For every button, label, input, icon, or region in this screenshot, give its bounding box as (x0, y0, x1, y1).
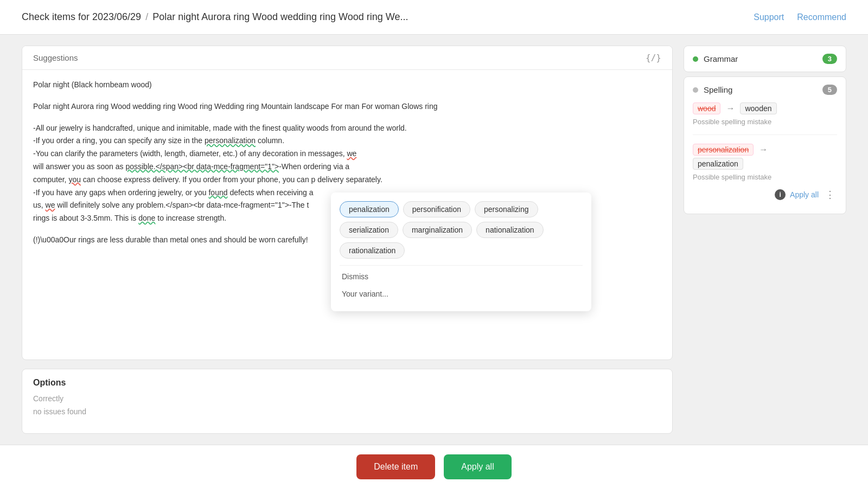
correction-wood: wood → wooden Possible spelling mistake (693, 102, 837, 135)
bottom-bar: Delete item Apply all (0, 445, 868, 488)
underline-we2: we (46, 201, 55, 209)
grammar-dot (693, 56, 698, 62)
options-value: no issues found (33, 407, 661, 416)
breadcrumb-separator: / (145, 11, 148, 23)
options-title: Options (33, 378, 661, 388)
original-personalization: personalization (693, 144, 754, 156)
info-icon[interactable]: i (775, 189, 786, 200)
correction-desc-1: Possible spelling mistake (693, 118, 837, 126)
original-wood: wood (693, 102, 720, 114)
underline-done: done (138, 214, 155, 222)
chip-penalization[interactable]: penalization (340, 201, 399, 217)
chip-personification[interactable]: personification (403, 201, 470, 217)
correction-row-2: personalization → (693, 144, 837, 156)
dropdown-divider-1 (340, 265, 583, 266)
spelling-left: Spelling (693, 85, 732, 94)
chip-serialization[interactable]: serialization (340, 222, 398, 238)
your-variant-action[interactable]: Your variant... (340, 285, 583, 303)
code-icon: {/} (646, 53, 661, 63)
chip-marginalization[interactable]: marginalization (403, 222, 472, 238)
suggestions-header: Suggestions {/} (22, 46, 672, 70)
arrow-1: → (726, 104, 735, 113)
underline-you: you (68, 175, 81, 184)
grammar-badge: 3 (822, 54, 837, 64)
options-label: Correctly (33, 394, 661, 403)
chip-nationalization[interactable]: nationalization (476, 222, 544, 238)
recommend-link[interactable]: Recommend (797, 12, 846, 22)
text-block-2: Polar night Aurora ring Wood wedding rin… (33, 100, 661, 113)
spelling-dropdown: penalization personification personalizi… (331, 192, 591, 311)
right-panel: Grammar 3 Spelling 5 wood → wooden Poss (684, 46, 846, 434)
grammar-label: Grammar (704, 54, 738, 63)
support-link[interactable]: Support (754, 12, 784, 22)
breadcrumb: Check items for 2023/06/29 / Polar night… (22, 11, 408, 23)
correction-row-1: wood → wooden (693, 102, 837, 114)
suggestion-wooden[interactable]: wooden (740, 102, 776, 114)
underline-we: we (347, 149, 356, 158)
chip-rationalization[interactable]: rationalization (340, 242, 405, 259)
chip-personalizing[interactable]: personalizing (475, 201, 538, 217)
breadcrumb-base: Check items for 2023/06/29 (22, 11, 141, 23)
apply-all-button[interactable]: Apply all (444, 454, 511, 479)
delete-item-button[interactable]: Delete item (356, 454, 435, 479)
correction-personalization: personalization → penalization Possible … (693, 144, 837, 202)
suggestions-label: Suggestions (33, 53, 78, 62)
spelling-badge: 5 (822, 85, 837, 95)
dismiss-action[interactable]: Dismiss (340, 268, 583, 285)
options-card: Options Correctly no issues found (22, 369, 673, 434)
suggestion-chips: penalization personification personalizi… (340, 201, 583, 259)
spelling-header: Spelling 5 (693, 85, 837, 95)
underline-found: found (208, 188, 227, 197)
underline-personalization: personalization (205, 136, 256, 145)
top-actions: Support Recommend (754, 12, 846, 22)
underline-possible: possible.</span><br data-mce-fragment="1… (125, 162, 279, 171)
breadcrumb-title: Polar night Aurora ring Wood wedding rin… (152, 11, 408, 23)
grammar-left: Grammar (693, 54, 738, 63)
possible-desc-2: Possible spelling mistake (693, 173, 837, 181)
grammar-card[interactable]: Grammar 3 (684, 46, 846, 72)
spelling-section: Spelling 5 wood → wooden Possible spelli… (684, 76, 846, 214)
text-block-1: Polar night (Black hornbeam wood) (33, 79, 661, 92)
spelling-label: Spelling (704, 85, 732, 94)
top-bar: Check items for 2023/06/29 / Polar night… (0, 0, 868, 35)
more-options-button[interactable]: ⋮ (823, 188, 837, 202)
spelling-dot (693, 87, 698, 93)
apply-all-row: i Apply all ⋮ (693, 183, 837, 202)
arrow-2: → (759, 145, 768, 155)
apply-all-spelling-button[interactable]: Apply all (790, 190, 819, 199)
replacement-penalization[interactable]: penalization (693, 158, 743, 170)
